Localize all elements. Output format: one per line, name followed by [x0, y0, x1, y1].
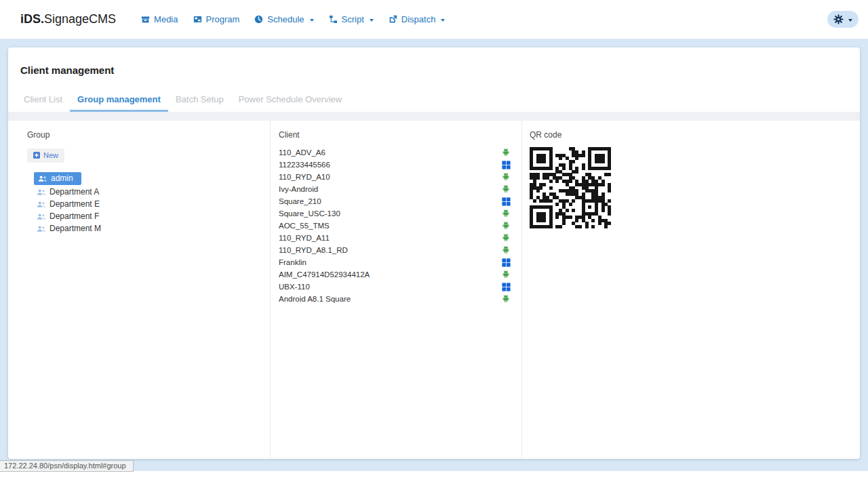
windows-icon: [502, 258, 511, 267]
group-item[interactable]: Department M: [37, 223, 101, 234]
schedule-icon: [254, 15, 263, 24]
android-icon: [501, 245, 511, 255]
group-panel: Group New adminDepartment ADepartment ED…: [8, 121, 271, 459]
nav-item-program[interactable]: Program: [186, 10, 248, 28]
chevron-down-icon: [848, 19, 852, 22]
client-list: 110_ADV_A6112233445566110_RYD_A10Ivy-And…: [271, 146, 521, 305]
group-tree: adminDepartment ADepartment EDepartment …: [27, 172, 270, 234]
client-row[interactable]: 112233445566: [271, 159, 521, 171]
client-name: UBX-110: [279, 283, 310, 291]
group-item[interactable]: Department A: [37, 186, 99, 197]
group-item[interactable]: Department F: [37, 211, 99, 222]
android-icon: [501, 184, 511, 194]
nav-item-label: Program: [206, 14, 240, 24]
client-name: 110_RYD_A11: [279, 234, 330, 242]
android-icon: [501, 209, 511, 218]
users-icon: [38, 175, 47, 182]
client-name: AOC_55_TMS: [279, 222, 330, 230]
users-icon: [37, 188, 46, 196]
settings-button[interactable]: [827, 11, 859, 28]
plus-square-icon: [33, 152, 40, 159]
client-name: Ivy-Android: [279, 185, 318, 193]
client-name: 112233445566: [279, 161, 330, 169]
client-row[interactable]: 110_RYD_A11: [271, 232, 521, 244]
main-nav: MediaProgramScheduleScriptDispatch: [134, 10, 452, 28]
tab-batch-setup[interactable]: Batch Setup: [168, 89, 231, 112]
nav-item-label: Media: [154, 14, 178, 24]
client-name: AIM_C47914D52934412A: [279, 270, 370, 279]
client-name: Square_210: [279, 197, 321, 205]
group-item[interactable]: Department E: [37, 199, 100, 209]
page-title: Client management: [8, 47, 860, 76]
client-row[interactable]: 110_RYD_A8.1_RD: [271, 244, 521, 256]
qr-code-image: [530, 147, 611, 228]
tab-separator-strip: [8, 112, 860, 121]
client-row[interactable]: Square_210: [271, 195, 521, 207]
client-row[interactable]: AIM_C47914D52934412A: [271, 268, 521, 281]
nav-item-dispatch[interactable]: Dispatch: [381, 10, 453, 28]
client-name: 110_RYD_A10: [279, 173, 330, 181]
group-item-label: Department A: [50, 187, 99, 197]
windows-icon: [502, 283, 511, 291]
app-logo-rest: SignageCMS: [44, 12, 116, 26]
android-icon: [501, 172, 511, 182]
client-row[interactable]: Franklin: [271, 256, 521, 268]
users-icon: [37, 201, 46, 208]
client-management-card: Client management Client ListGroup manag…: [8, 47, 860, 459]
nav-item-label: Schedule: [267, 14, 304, 24]
nav-item-schedule[interactable]: Schedule: [247, 10, 321, 28]
nav-item-media[interactable]: Media: [134, 10, 185, 28]
nav-item-script[interactable]: Script: [321, 10, 381, 28]
windows-icon: [502, 197, 511, 206]
new-group-button-label: New: [43, 151, 58, 159]
client-row[interactable]: 110_ADV_A6: [271, 146, 521, 159]
group-panel-label: Group: [27, 130, 270, 140]
new-group-button[interactable]: New: [27, 148, 64, 163]
android-icon: [501, 294, 511, 304]
android-icon: [501, 233, 511, 243]
chevron-down-icon: [310, 19, 314, 22]
client-row[interactable]: 110_RYD_A10: [271, 171, 521, 183]
tab-power-schedule-overview[interactable]: Power Schedule Overview: [231, 89, 349, 112]
chevron-down-icon: [370, 19, 374, 22]
users-icon: [37, 213, 46, 220]
app-logo: iDS.SignageCMS: [20, 12, 116, 26]
client-row[interactable]: AOC_55_TMS: [271, 220, 521, 232]
group-item-label: Department F: [50, 211, 99, 221]
client-panel: Client 110_ADV_A6112233445566110_RYD_A10…: [271, 121, 522, 459]
client-name: Square_USC-130: [279, 209, 340, 218]
group-item-label: Department M: [50, 224, 101, 233]
client-row[interactable]: Android A8.1 Square: [271, 293, 521, 305]
qr-panel-label: QR code: [530, 130, 860, 140]
tab-group-management[interactable]: Group management: [70, 89, 168, 112]
client-row[interactable]: UBX-110: [271, 281, 521, 293]
windows-icon: [502, 161, 511, 169]
tab-bar: Client ListGroup managementBatch SetupPo…: [8, 89, 860, 112]
android-icon: [501, 221, 511, 230]
nav-item-label: Dispatch: [401, 14, 436, 24]
qr-panel: QR code: [522, 121, 860, 459]
android-icon: [501, 270, 511, 279]
client-name: Android A8.1 Square: [279, 295, 351, 303]
users-icon: [37, 225, 46, 232]
client-name: 110_RYD_A8.1_RD: [279, 246, 348, 254]
media-icon: [141, 15, 150, 24]
link-preview-statusbar: 172.22.24.80/psn/display.html#group: [0, 460, 134, 472]
group-item[interactable]: admin: [34, 172, 81, 185]
app-logo-bold: iDS.: [20, 12, 44, 26]
dispatch-icon: [389, 15, 397, 24]
tab-client-list[interactable]: Client List: [16, 89, 70, 112]
client-panel-label: Client: [271, 130, 521, 140]
script-icon: [329, 15, 338, 24]
content-area: Group New adminDepartment ADepartment ED…: [8, 121, 860, 459]
client-row[interactable]: Square_USC-130: [271, 207, 521, 220]
group-item-label: admin: [51, 174, 73, 183]
android-icon: [501, 148, 511, 157]
gear-icon: [833, 14, 844, 24]
top-navbar: iDS.SignageCMS MediaProgramScheduleScrip…: [0, 0, 868, 39]
nav-item-label: Script: [342, 14, 364, 24]
group-item-label: Department E: [50, 199, 100, 209]
client-row[interactable]: Ivy-Android: [271, 183, 521, 195]
client-name: 110_ADV_A6: [279, 148, 326, 157]
client-name: Franklin: [279, 258, 307, 266]
